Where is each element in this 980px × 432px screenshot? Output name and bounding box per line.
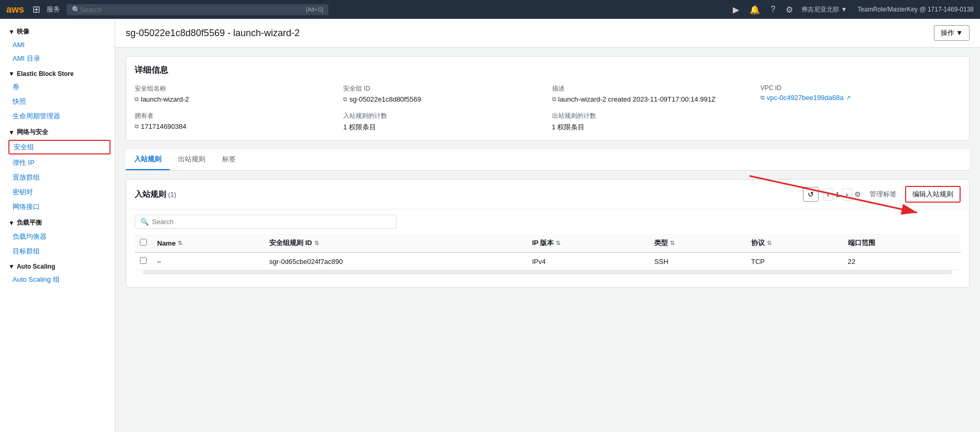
aws-logo: aws [6, 4, 24, 15]
detail-card: 详细信息 安全组名称 ⧉ launch-wizard-2 安全组 ID ⧉ sg… [126, 56, 970, 141]
detail-grid-row1: 安全组名称 ⧉ launch-wizard-2 安全组 ID ⧉ sg-0502… [135, 84, 961, 103]
sidebar-section-network[interactable]: ▼ 网络与安全 [0, 124, 115, 139]
tabs-container: 入站规则 出站规则 标签 [126, 149, 970, 171]
sidebar-item-ami[interactable]: AMI [0, 38, 115, 51]
sg-id-label: 安全组 ID [343, 84, 543, 93]
arrow-icon: ▼ [8, 219, 15, 227]
external-link-icon[interactable]: ↗ [846, 94, 851, 101]
grid-icon[interactable]: ⊞ [32, 4, 40, 15]
copy-icon[interactable]: ⧉ [343, 96, 347, 103]
sg-id-value: ⧉ sg-05022e1c8d80f5569 [343, 95, 543, 103]
main-content: sg-05022e1c8d80f5569 - launch-wizard-2 操… [115, 19, 980, 432]
detail-item-inbound-count: 入站规则的计数 1 权限条目 [343, 112, 543, 132]
copy-icon[interactable]: ⧉ [135, 123, 139, 130]
rules-actions: ↺ ‹ 1 › ⚙ 管理标签 编辑入站规则 [803, 186, 961, 203]
nav-region[interactable]: 弗吉尼亚北部 ▼ [801, 5, 847, 14]
owner-label: 拥有者 [135, 112, 335, 120]
nav-play-icon[interactable]: ▶ [733, 5, 739, 15]
sidebar-item-ami-catalog[interactable]: AMI 目录 [0, 51, 115, 66]
copy-icon[interactable]: ⧉ [552, 96, 556, 103]
nav-bell-icon[interactable]: 🔔 [750, 5, 760, 15]
detail-item-description: 描述 ⧉ launch-wizard-2 created 2023-11-09T… [552, 84, 752, 103]
search-bar[interactable]: 🔍 [Alt+S] [67, 4, 328, 15]
top-navigation: aws ⊞ 服务 🔍 [Alt+S] ▶ 🔔 ? ⚙ 弗吉尼亚北部 ▼ Team… [0, 0, 980, 19]
manage-tags-button[interactable]: 管理标签 [865, 187, 901, 202]
name-sort[interactable]: Name ⇅ [157, 239, 259, 247]
prev-page-button[interactable]: ‹ [823, 189, 833, 201]
table-settings-icon[interactable]: ⚙ [854, 190, 861, 198]
edit-inbound-rules-button[interactable]: 编辑入站规则 [905, 186, 961, 203]
tab-outbound-rules[interactable]: 出站规则 [170, 149, 214, 170]
refresh-button[interactable]: ↺ [803, 187, 819, 202]
vpc-id-value[interactable]: ⧉ vpc-0c4927bee199da68a ↗ [761, 94, 961, 102]
sort-icon: ⇅ [314, 240, 319, 247]
protocol-sort[interactable]: 协议 ⇅ [751, 238, 838, 248]
search-icon: 🔍 [72, 6, 80, 14]
detail-item-empty [761, 112, 961, 132]
sidebar-section-images[interactable]: ▼ 映像 [0, 23, 115, 38]
sidebar-item-elastic-ip[interactable]: 弹性 IP [0, 156, 115, 170]
inbound-rules-section: 入站规则 (1) ↺ ‹ 1 › ⚙ 管理标签 编辑入站规则 [126, 179, 970, 287]
detail-item-sg-id: 安全组 ID ⧉ sg-05022e1c8d80f5569 [343, 84, 543, 103]
select-all-checkbox[interactable] [140, 239, 147, 246]
tab-tags[interactable]: 标签 [214, 149, 244, 170]
nav-help-icon[interactable]: ? [770, 5, 775, 14]
detail-grid-row2: 拥有者 ⧉ 171714690384 入站规则的计数 1 权限条目 出站规则的计… [135, 112, 961, 132]
copy-icon[interactable]: ⧉ [761, 94, 765, 101]
sg-name-label: 安全组名称 [135, 84, 335, 93]
sidebar-item-load-balancers[interactable]: 负载均衡器 [0, 229, 115, 244]
sidebar-item-snapshots[interactable]: 快照 [0, 94, 115, 109]
sort-icon: ⇅ [767, 240, 772, 247]
description-value: ⧉ launch-wizard-2 created 2023-11-09T17:… [552, 95, 752, 103]
sidebar-section-ebs[interactable]: ▼ Elastic Block Store [0, 66, 115, 80]
sidebar-item-target-groups[interactable]: 目标群组 [0, 244, 115, 259]
header-type: 类型 ⇅ [649, 234, 746, 252]
detail-item-sg-name: 安全组名称 ⧉ launch-wizard-2 [135, 84, 335, 103]
tab-inbound-rules[interactable]: 入站规则 [126, 149, 170, 170]
ip-version-sort[interactable]: IP 版本 ⇅ [532, 238, 644, 248]
search-input-wrap[interactable]: 🔍 [135, 215, 397, 229]
detail-card-title: 详细信息 [135, 65, 961, 76]
arrow-icon: ▼ [8, 263, 15, 270]
pagination: ‹ 1 › ⚙ [823, 189, 861, 201]
table-row: – sgr-0d65cbe024f7ac890 IPv4 SSH TCP 22 [135, 252, 961, 270]
rules-title: 入站规则 [135, 190, 166, 198]
scrollbar[interactable] [143, 270, 952, 274]
sidebar-item-key-pairs[interactable]: 密钥对 [0, 185, 115, 200]
services-menu[interactable]: 服务 [47, 5, 60, 14]
row-checkbox-cell [135, 252, 152, 270]
sidebar-item-autoscaling-groups[interactable]: Auto Scaling 组 [0, 272, 115, 287]
sidebar-item-lifecycle[interactable]: 生命周期管理器 [0, 109, 115, 124]
copy-icon[interactable]: ⧉ [135, 96, 139, 103]
row-checkbox[interactable] [140, 257, 147, 264]
detail-item-owner: 拥有者 ⧉ 171714690384 [135, 112, 335, 132]
sidebar-section-autoscaling[interactable]: ▼ Auto Scaling [0, 259, 115, 272]
sidebar-item-volumes[interactable]: 卷 [0, 80, 115, 94]
sort-icon: ⇅ [178, 240, 182, 247]
sidebar: ▼ 映像 AMI AMI 目录 ▼ Elastic Block Store 卷 … [0, 19, 115, 432]
sidebar-item-network-interfaces[interactable]: 网络接口 [0, 200, 115, 214]
nav-settings-icon[interactable]: ⚙ [786, 5, 793, 15]
type-sort[interactable]: 类型 ⇅ [654, 238, 741, 248]
description-label: 描述 [552, 84, 752, 93]
nav-account[interactable]: TeamRole/MasterKey @ 1717-1469-0138 [857, 6, 974, 13]
rules-search-input[interactable] [152, 218, 391, 226]
actions-button[interactable]: 操作 ▼ [934, 25, 970, 41]
arrow-icon: ▼ [8, 28, 15, 36]
page-title: sg-05022e1c8d80f5569 - launch-wizard-2 [126, 28, 300, 39]
arrow-icon: ▼ [8, 129, 15, 136]
row-port-range: 22 [843, 252, 961, 270]
row-name: – [152, 252, 264, 270]
inbound-count-value: 1 权限条目 [343, 123, 543, 132]
sidebar-item-security-groups[interactable]: 安全组 [8, 140, 111, 154]
rule-id-sort[interactable]: 安全组规则 ID ⇅ [269, 238, 521, 248]
sort-icon: ⇅ [670, 240, 675, 247]
search-shortcut: [Alt+S] [306, 6, 323, 13]
header-ip-version: IP 版本 ⇅ [527, 234, 649, 252]
search-mag-icon: 🔍 [140, 218, 149, 226]
sidebar-item-placement-groups[interactable]: 置放群组 [0, 170, 115, 185]
search-input[interactable] [80, 6, 302, 14]
next-page-button[interactable]: › [842, 189, 852, 201]
sidebar-section-lb[interactable]: ▼ 负载平衡 [0, 214, 115, 229]
row-type: SSH [649, 252, 746, 270]
